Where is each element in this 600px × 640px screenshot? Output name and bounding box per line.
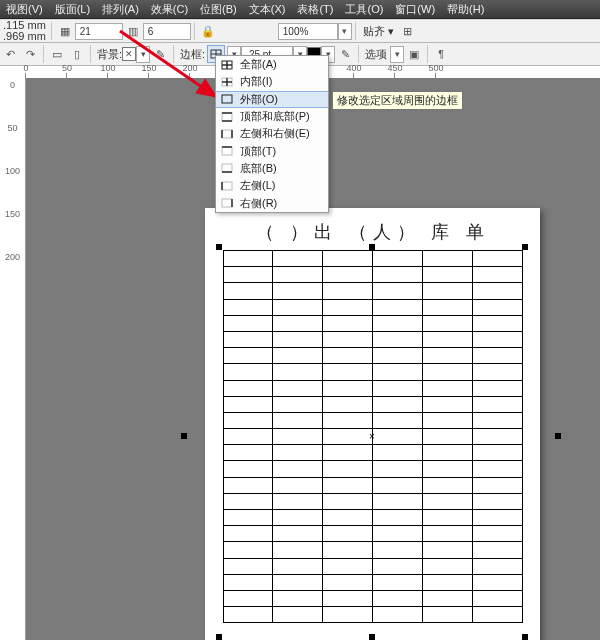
table-cell[interactable] [273,380,323,396]
table-cell[interactable] [422,348,472,364]
table-cell[interactable] [472,251,522,267]
table-cell[interactable] [323,510,373,526]
table-cell[interactable] [472,590,522,606]
table-cell[interactable] [323,315,373,331]
table-cell[interactable] [422,299,472,315]
table-cell[interactable] [422,364,472,380]
table-cell[interactable] [422,429,472,445]
table-cell[interactable] [323,348,373,364]
table-cell[interactable] [223,299,273,315]
table-cell[interactable] [472,283,522,299]
table-cell[interactable] [372,542,422,558]
table-cell[interactable] [472,493,522,509]
table-cell[interactable] [472,445,522,461]
border-menu-item-border-inner[interactable]: 内部(I) [216,73,328,90]
table-cell[interactable] [223,607,273,623]
table-cell[interactable] [422,526,472,542]
selection-handle-se[interactable] [522,634,528,640]
table-cell[interactable] [273,542,323,558]
table-cell[interactable] [273,331,323,347]
table-cell[interactable] [422,461,472,477]
cell2-icon[interactable]: ▯ [69,46,85,62]
table-cell[interactable] [372,364,422,380]
table-cell[interactable] [372,283,422,299]
table-cell[interactable] [223,461,273,477]
snap-icon[interactable]: ⊞ [400,23,416,39]
table-cell[interactable] [472,364,522,380]
table-cell[interactable] [472,510,522,526]
table-cell[interactable] [472,348,522,364]
table-cell[interactable] [422,331,472,347]
table-cell[interactable] [223,429,273,445]
margin-icon[interactable]: ▣ [406,46,422,62]
table-cell[interactable] [472,607,522,623]
table-cell[interactable] [472,267,522,283]
table-cell[interactable] [422,283,472,299]
table-cell[interactable] [323,429,373,445]
table-cell[interactable] [372,348,422,364]
table-cell[interactable] [223,412,273,428]
table-cell[interactable] [472,380,522,396]
menu-help[interactable]: 帮助(H) [441,0,490,19]
border-menu-item-border-tb[interactable]: 顶部和底部(P) [216,108,328,125]
table-cell[interactable] [323,251,373,267]
table-cell[interactable] [323,493,373,509]
border-menu-item-border-all[interactable]: 全部(A) [216,56,328,73]
table-cell[interactable] [323,461,373,477]
table-cell[interactable] [422,315,472,331]
table-cell[interactable] [323,590,373,606]
table-cell[interactable] [223,283,273,299]
table-cell[interactable] [422,607,472,623]
table-cell[interactable] [372,493,422,509]
table-cell[interactable] [273,461,323,477]
table-cell[interactable] [323,574,373,590]
table-cell[interactable] [273,251,323,267]
table-cell[interactable] [273,526,323,542]
table-cell[interactable] [223,267,273,283]
table-cell[interactable] [273,477,323,493]
table-cell[interactable] [472,299,522,315]
table-cell[interactable] [223,526,273,542]
table-cell[interactable] [372,526,422,542]
table-cell[interactable] [472,315,522,331]
border-menu-item-border-bottom[interactable]: 底部(B) [216,160,328,177]
table-cell[interactable] [323,526,373,542]
undo-icon[interactable]: ↶ [2,46,18,62]
menu-tools[interactable]: 工具(O) [339,0,389,19]
background-swatch[interactable]: ✕ [122,47,136,61]
border-menu-item-border-right[interactable]: 右侧(R) [216,194,328,211]
menu-text[interactable]: 文本(X) [243,0,292,19]
zoom-input[interactable]: 100% [278,23,338,40]
table-cell[interactable] [273,364,323,380]
table-cell[interactable] [223,510,273,526]
pen-icon[interactable]: ✎ [337,46,353,62]
table-cell[interactable] [372,396,422,412]
table-cell[interactable] [422,510,472,526]
table-cell[interactable] [273,348,323,364]
table-cell[interactable] [472,542,522,558]
table-cell[interactable] [372,510,422,526]
table-cell[interactable] [273,429,323,445]
table-cell[interactable] [223,364,273,380]
table-cell[interactable] [323,445,373,461]
snap-label[interactable]: 贴齐 ▾ [359,24,398,39]
menu-view[interactable]: 视图(V) [0,0,49,19]
table-cell[interactable] [323,267,373,283]
table-cell[interactable] [472,461,522,477]
table-cell[interactable] [273,283,323,299]
table-cell[interactable] [223,558,273,574]
table-cell[interactable] [372,429,422,445]
selection-handle-n[interactable] [369,244,375,250]
table-cell[interactable] [323,364,373,380]
zoom-dropdown[interactable]: ▾ [338,23,352,40]
menu-effects[interactable]: 效果(C) [145,0,194,19]
selection-handle-nw[interactable] [216,244,222,250]
table-cell[interactable] [372,412,422,428]
table-cell[interactable] [273,396,323,412]
menu-bitmap[interactable]: 位图(B) [194,0,243,19]
table-cell[interactable] [372,299,422,315]
selection-handle-s[interactable] [369,634,375,640]
cell-icon[interactable]: ▭ [49,46,65,62]
table-cell[interactable] [223,251,273,267]
table-cell[interactable] [323,299,373,315]
